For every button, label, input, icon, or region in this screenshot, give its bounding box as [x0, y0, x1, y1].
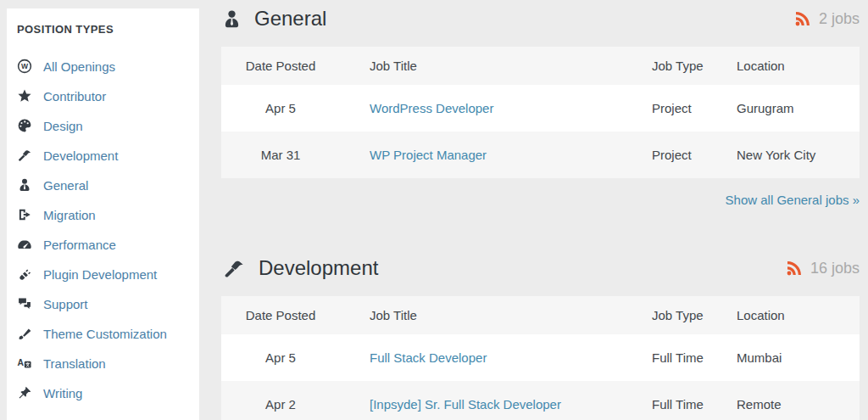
section-heading-development: Development 16 jobs	[221, 249, 860, 287]
job-location: Gurugram	[737, 85, 860, 132]
sidebar-item-design[interactable]: Design	[17, 117, 192, 134]
sidebar-link-contributor[interactable]: Contributor	[43, 89, 106, 104]
star-icon	[17, 88, 32, 104]
sidebar-item-translation[interactable]: A Translation	[17, 355, 192, 372]
job-title-link[interactable]: WordPress Developer	[370, 101, 493, 115]
businessman-icon	[221, 8, 242, 31]
pushpin-icon	[17, 385, 32, 400]
table-header-row: Date Posted Job Title Job Type Location	[221, 296, 860, 334]
column-header-location: Location	[737, 296, 860, 334]
brush-icon	[17, 326, 32, 341]
sidebar-item-migration[interactable]: Migration	[17, 206, 192, 223]
table-row: Apr 2 [Inpsyde] Sr. Full Stack Developer…	[221, 381, 860, 420]
svg-text:A: A	[17, 358, 24, 367]
table-header-row: Date Posted Job Title Job Type Location	[221, 47, 860, 85]
job-title-link[interactable]: WP Project Manager	[370, 148, 487, 162]
sidebar-title: POSITION TYPES	[17, 23, 192, 36]
rss-icon[interactable]	[794, 10, 811, 27]
column-header-job-type: Job Type	[652, 296, 737, 334]
sidebar-link-migration[interactable]: Migration	[43, 208, 96, 222]
column-header-job-title: Job Title	[340, 47, 652, 85]
sidebar-item-performance[interactable]: Performance	[17, 236, 192, 253]
sidebar-item-general[interactable]: General	[17, 176, 192, 193]
dashboard-icon	[17, 237, 32, 252]
column-header-date-posted: Date Posted	[221, 296, 340, 334]
sidebar-link-translation[interactable]: Translation	[43, 356, 106, 371]
table-row: Mar 31 WP Project Manager Project New Yo…	[221, 132, 860, 178]
job-listings-main: General 2 jobs Date Posted Job Title Job…	[221, 0, 860, 420]
sidebar-item-theme-customization[interactable]: Theme Customization	[17, 325, 192, 342]
position-types-list: W All Openings Contributor Design Develo…	[17, 58, 192, 401]
development-jobs-table: Date Posted Job Title Job Type Location …	[221, 296, 860, 420]
job-title-link[interactable]: [Inpsyde] Sr. Full Stack Developer	[370, 397, 561, 412]
section-heading-general: General 2 jobs	[221, 0, 860, 37]
palette-icon	[17, 118, 32, 133]
job-date: Apr 5	[221, 85, 340, 132]
general-jobs-table: Date Posted Job Title Job Type Location …	[221, 47, 860, 178]
jobs-count-development: 16 jobs	[786, 260, 860, 277]
plug-icon	[17, 266, 32, 282]
column-header-job-type: Job Type	[652, 47, 737, 85]
sidebar-item-support[interactable]: Support	[17, 295, 192, 312]
job-location: New York City	[737, 132, 860, 178]
businessman-icon	[17, 177, 32, 193]
sidebar-link-theme-customization[interactable]: Theme Customization	[43, 327, 167, 341]
jobs-count-label: 2 jobs	[819, 10, 860, 28]
job-type: Project	[652, 85, 737, 132]
sidebar-position-types: POSITION TYPES W All Openings Contributo…	[7, 8, 199, 420]
table-row: Apr 5 WordPress Developer Project Gurugr…	[221, 85, 860, 132]
job-location: Mumbai	[737, 334, 860, 381]
sidebar-link-design[interactable]: Design	[43, 119, 83, 133]
section-title: General	[254, 7, 326, 31]
sidebar-link-plugin-development[interactable]: Plugin Development	[43, 267, 157, 282]
table-row: Apr 5 Full Stack Developer Full Time Mum…	[221, 334, 860, 381]
job-type: Full Time	[652, 381, 737, 420]
sidebar-link-development[interactable]: Development	[43, 148, 118, 163]
chat-icon	[17, 296, 32, 311]
sidebar-item-development[interactable]: Development	[17, 147, 192, 164]
job-date: Apr 2	[221, 381, 340, 420]
migrate-icon	[17, 207, 32, 222]
sidebar-item-contributor[interactable]: Contributor	[17, 87, 192, 104]
section-title: Development	[259, 256, 378, 280]
job-location: Remote	[737, 381, 860, 420]
job-type: Full Time	[652, 334, 737, 381]
translation-icon: A	[17, 356, 32, 371]
sidebar-item-all-openings[interactable]: W All Openings	[17, 58, 192, 75]
column-header-job-title: Job Title	[340, 296, 652, 334]
jobs-count-label: 16 jobs	[810, 260, 860, 277]
sidebar-link-general[interactable]: General	[43, 178, 88, 193]
sidebar-link-all-openings[interactable]: All Openings	[43, 59, 115, 74]
job-type: Project	[652, 132, 737, 178]
svg-text:W: W	[21, 62, 29, 70]
hammer-icon	[17, 148, 32, 163]
column-header-location: Location	[737, 47, 860, 85]
job-title-link[interactable]: Full Stack Developer	[370, 350, 487, 365]
wordpress-icon: W	[17, 59, 32, 74]
sidebar-item-writing[interactable]: Writing	[17, 384, 192, 401]
hammer-icon	[221, 257, 247, 280]
jobs-count-general: 2 jobs	[794, 10, 860, 28]
sidebar-link-performance[interactable]: Performance	[43, 238, 116, 252]
sidebar-item-plugin-development[interactable]: Plugin Development	[17, 266, 192, 283]
job-date: Apr 5	[221, 334, 340, 381]
sidebar-link-writing[interactable]: Writing	[43, 386, 82, 400]
job-date: Mar 31	[221, 132, 340, 178]
show-all-general-jobs-link[interactable]: Show all General jobs »	[221, 193, 860, 210]
column-header-date-posted: Date Posted	[221, 47, 340, 85]
rss-icon[interactable]	[786, 260, 803, 277]
sidebar-link-support[interactable]: Support	[43, 297, 88, 311]
